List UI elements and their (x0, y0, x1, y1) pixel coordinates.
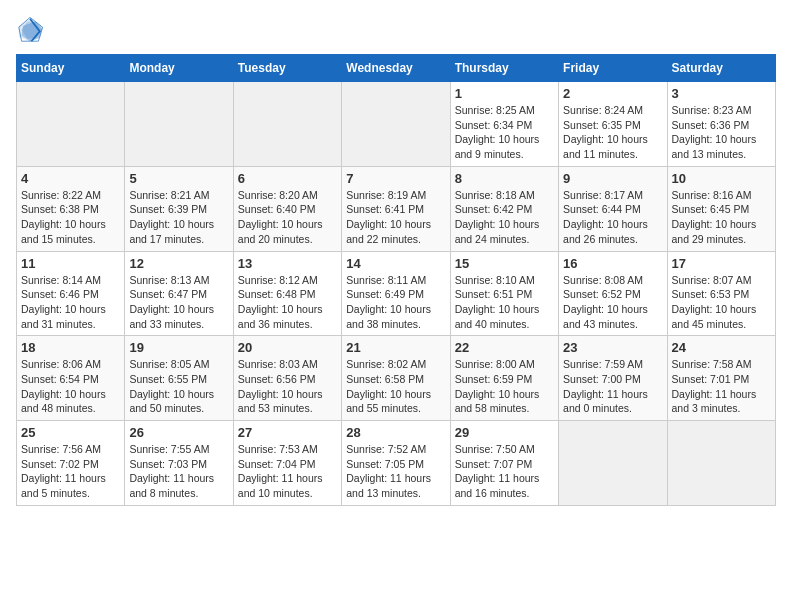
day-info: Sunrise: 8:10 AM Sunset: 6:51 PM Dayligh… (455, 273, 554, 332)
calendar-cell: 29Sunrise: 7:50 AM Sunset: 7:07 PM Dayli… (450, 421, 558, 506)
calendar-cell: 24Sunrise: 7:58 AM Sunset: 7:01 PM Dayli… (667, 336, 775, 421)
day-number: 27 (238, 425, 337, 440)
day-info: Sunrise: 8:14 AM Sunset: 6:46 PM Dayligh… (21, 273, 120, 332)
calendar-cell: 13Sunrise: 8:12 AM Sunset: 6:48 PM Dayli… (233, 251, 341, 336)
day-number: 11 (21, 256, 120, 271)
day-info: Sunrise: 8:24 AM Sunset: 6:35 PM Dayligh… (563, 103, 662, 162)
day-info: Sunrise: 8:05 AM Sunset: 6:55 PM Dayligh… (129, 357, 228, 416)
calendar-cell: 28Sunrise: 7:52 AM Sunset: 7:05 PM Dayli… (342, 421, 450, 506)
day-number: 19 (129, 340, 228, 355)
day-number: 1 (455, 86, 554, 101)
day-info: Sunrise: 7:50 AM Sunset: 7:07 PM Dayligh… (455, 442, 554, 501)
day-number: 10 (672, 171, 771, 186)
calendar-cell (17, 82, 125, 167)
day-header-sunday: Sunday (17, 55, 125, 82)
day-number: 22 (455, 340, 554, 355)
day-info: Sunrise: 8:18 AM Sunset: 6:42 PM Dayligh… (455, 188, 554, 247)
day-info: Sunrise: 8:11 AM Sunset: 6:49 PM Dayligh… (346, 273, 445, 332)
day-info: Sunrise: 8:13 AM Sunset: 6:47 PM Dayligh… (129, 273, 228, 332)
day-number: 9 (563, 171, 662, 186)
calendar-cell: 2Sunrise: 8:24 AM Sunset: 6:35 PM Daylig… (559, 82, 667, 167)
day-info: Sunrise: 8:06 AM Sunset: 6:54 PM Dayligh… (21, 357, 120, 416)
calendar-table: SundayMondayTuesdayWednesdayThursdayFrid… (16, 54, 776, 506)
logo-icon (16, 16, 44, 44)
calendar-cell: 15Sunrise: 8:10 AM Sunset: 6:51 PM Dayli… (450, 251, 558, 336)
day-number: 6 (238, 171, 337, 186)
calendar-cell: 18Sunrise: 8:06 AM Sunset: 6:54 PM Dayli… (17, 336, 125, 421)
day-number: 3 (672, 86, 771, 101)
day-number: 24 (672, 340, 771, 355)
day-info: Sunrise: 7:53 AM Sunset: 7:04 PM Dayligh… (238, 442, 337, 501)
day-number: 21 (346, 340, 445, 355)
calendar-cell: 14Sunrise: 8:11 AM Sunset: 6:49 PM Dayli… (342, 251, 450, 336)
day-number: 25 (21, 425, 120, 440)
day-number: 13 (238, 256, 337, 271)
calendar-cell (342, 82, 450, 167)
day-header-monday: Monday (125, 55, 233, 82)
day-number: 4 (21, 171, 120, 186)
day-info: Sunrise: 7:59 AM Sunset: 7:00 PM Dayligh… (563, 357, 662, 416)
day-number: 20 (238, 340, 337, 355)
day-info: Sunrise: 8:02 AM Sunset: 6:58 PM Dayligh… (346, 357, 445, 416)
calendar-cell: 25Sunrise: 7:56 AM Sunset: 7:02 PM Dayli… (17, 421, 125, 506)
calendar-cell: 16Sunrise: 8:08 AM Sunset: 6:52 PM Dayli… (559, 251, 667, 336)
day-number: 23 (563, 340, 662, 355)
calendar-week-4: 25Sunrise: 7:56 AM Sunset: 7:02 PM Dayli… (17, 421, 776, 506)
calendar-cell: 26Sunrise: 7:55 AM Sunset: 7:03 PM Dayli… (125, 421, 233, 506)
day-info: Sunrise: 8:17 AM Sunset: 6:44 PM Dayligh… (563, 188, 662, 247)
day-info: Sunrise: 8:20 AM Sunset: 6:40 PM Dayligh… (238, 188, 337, 247)
day-info: Sunrise: 8:22 AM Sunset: 6:38 PM Dayligh… (21, 188, 120, 247)
calendar-cell: 21Sunrise: 8:02 AM Sunset: 6:58 PM Dayli… (342, 336, 450, 421)
calendar-cell: 8Sunrise: 8:18 AM Sunset: 6:42 PM Daylig… (450, 166, 558, 251)
day-number: 26 (129, 425, 228, 440)
day-number: 12 (129, 256, 228, 271)
day-info: Sunrise: 7:52 AM Sunset: 7:05 PM Dayligh… (346, 442, 445, 501)
day-number: 16 (563, 256, 662, 271)
day-number: 8 (455, 171, 554, 186)
calendar-week-2: 11Sunrise: 8:14 AM Sunset: 6:46 PM Dayli… (17, 251, 776, 336)
day-info: Sunrise: 8:12 AM Sunset: 6:48 PM Dayligh… (238, 273, 337, 332)
day-header-friday: Friday (559, 55, 667, 82)
calendar-week-3: 18Sunrise: 8:06 AM Sunset: 6:54 PM Dayli… (17, 336, 776, 421)
calendar-cell (125, 82, 233, 167)
day-number: 7 (346, 171, 445, 186)
day-number: 17 (672, 256, 771, 271)
day-info: Sunrise: 8:03 AM Sunset: 6:56 PM Dayligh… (238, 357, 337, 416)
logo (16, 16, 48, 44)
day-info: Sunrise: 8:23 AM Sunset: 6:36 PM Dayligh… (672, 103, 771, 162)
day-number: 28 (346, 425, 445, 440)
calendar-cell: 22Sunrise: 8:00 AM Sunset: 6:59 PM Dayli… (450, 336, 558, 421)
day-number: 18 (21, 340, 120, 355)
day-info: Sunrise: 8:07 AM Sunset: 6:53 PM Dayligh… (672, 273, 771, 332)
day-header-saturday: Saturday (667, 55, 775, 82)
calendar-cell (559, 421, 667, 506)
calendar-cell: 23Sunrise: 7:59 AM Sunset: 7:00 PM Dayli… (559, 336, 667, 421)
calendar-cell: 5Sunrise: 8:21 AM Sunset: 6:39 PM Daylig… (125, 166, 233, 251)
day-header-wednesday: Wednesday (342, 55, 450, 82)
day-number: 14 (346, 256, 445, 271)
day-header-thursday: Thursday (450, 55, 558, 82)
calendar-cell: 4Sunrise: 8:22 AM Sunset: 6:38 PM Daylig… (17, 166, 125, 251)
calendar-week-1: 4Sunrise: 8:22 AM Sunset: 6:38 PM Daylig… (17, 166, 776, 251)
day-info: Sunrise: 8:19 AM Sunset: 6:41 PM Dayligh… (346, 188, 445, 247)
calendar-cell: 1Sunrise: 8:25 AM Sunset: 6:34 PM Daylig… (450, 82, 558, 167)
day-header-tuesday: Tuesday (233, 55, 341, 82)
calendar-cell: 7Sunrise: 8:19 AM Sunset: 6:41 PM Daylig… (342, 166, 450, 251)
day-info: Sunrise: 8:21 AM Sunset: 6:39 PM Dayligh… (129, 188, 228, 247)
page-header (16, 16, 776, 44)
calendar-cell: 19Sunrise: 8:05 AM Sunset: 6:55 PM Dayli… (125, 336, 233, 421)
calendar-header-row: SundayMondayTuesdayWednesdayThursdayFrid… (17, 55, 776, 82)
calendar-cell: 3Sunrise: 8:23 AM Sunset: 6:36 PM Daylig… (667, 82, 775, 167)
calendar-cell: 10Sunrise: 8:16 AM Sunset: 6:45 PM Dayli… (667, 166, 775, 251)
day-info: Sunrise: 7:58 AM Sunset: 7:01 PM Dayligh… (672, 357, 771, 416)
calendar-cell: 11Sunrise: 8:14 AM Sunset: 6:46 PM Dayli… (17, 251, 125, 336)
day-info: Sunrise: 8:16 AM Sunset: 6:45 PM Dayligh… (672, 188, 771, 247)
calendar-week-0: 1Sunrise: 8:25 AM Sunset: 6:34 PM Daylig… (17, 82, 776, 167)
day-number: 15 (455, 256, 554, 271)
calendar-cell (233, 82, 341, 167)
day-number: 29 (455, 425, 554, 440)
day-number: 5 (129, 171, 228, 186)
calendar-cell: 6Sunrise: 8:20 AM Sunset: 6:40 PM Daylig… (233, 166, 341, 251)
calendar-cell: 20Sunrise: 8:03 AM Sunset: 6:56 PM Dayli… (233, 336, 341, 421)
calendar-cell: 9Sunrise: 8:17 AM Sunset: 6:44 PM Daylig… (559, 166, 667, 251)
